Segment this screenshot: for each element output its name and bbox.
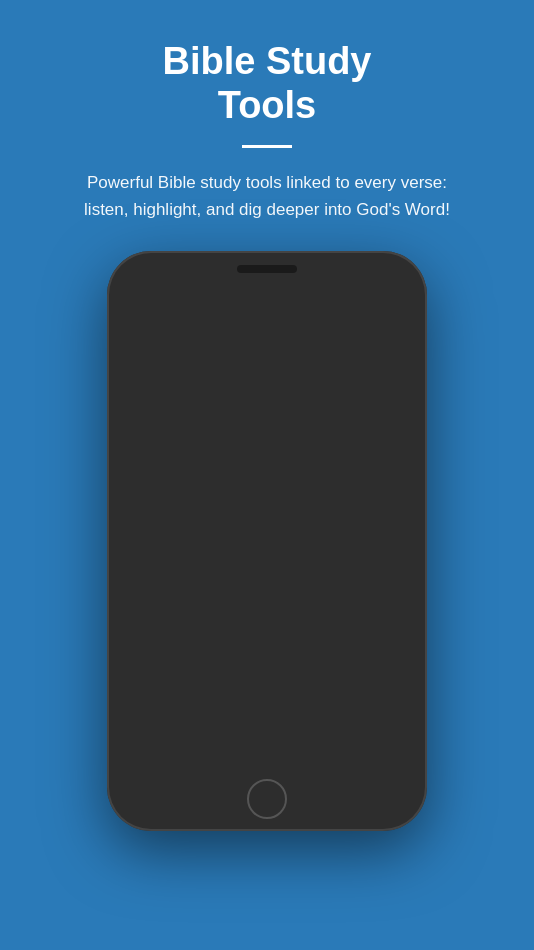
nav-right-arrows: ◀ ▶ <box>357 312 405 334</box>
svg-line-3 <box>170 325 173 328</box>
bookmark-27-csb <box>283 431 291 441</box>
status-bar: Carrier 5:47 PM <box>121 291 413 307</box>
page-title: Bible StudyTools <box>67 40 467 127</box>
progress-fill <box>175 366 235 369</box>
remaining-time: -5:04 <box>352 363 370 372</box>
header-section: Bible StudyTools Powerful Bible study to… <box>37 0 497 223</box>
battery-area <box>387 295 403 303</box>
verse-29-highlight-csb: For those he foreknew, he also pre-desti… <box>273 537 400 559</box>
bookmark-27-nkjv <box>137 431 145 441</box>
prev-chapter-button[interactable]: ◀ <box>357 312 379 334</box>
nav-book-title: Romans 8 <box>227 312 308 324</box>
stream-icon: ≈ <box>375 362 380 372</box>
verse-27-nkjv: 27 ¶ Now He who searches the hearts know… <box>126 431 262 490</box>
current-time: 0:24 <box>154 363 170 372</box>
verse-27-csb: 27 ¶ And he who searches our hearts know… <box>273 431 409 479</box>
verse-29-highlight-nkjv: For whom He foreknew, He also pre-destin… <box>126 546 258 568</box>
progress-dot <box>230 363 239 372</box>
verse-26-csb: should, but the Spirit himself intercede… <box>273 388 409 427</box>
nav-bar: Romans 8 NKJV (online) | CSB ◀ ▶ <box>121 307 413 340</box>
divider <box>242 145 292 148</box>
audio-player: Romans 8 (NKJV) ≈ ▮▮ 0:24 -5:04 ≈ ■ <box>121 340 413 382</box>
svg-rect-0 <box>135 317 143 329</box>
battery-icon <box>387 295 403 303</box>
audio-track-title: Romans 8 (NKJV) ≈ <box>129 344 405 354</box>
verse-29-csb: 29 For those he foreknew, he also pre-de… <box>273 537 409 561</box>
progress-bar[interactable] <box>175 366 347 369</box>
bible-text-area: but the Spirit Himself makes intercessio… <box>121 382 413 787</box>
stop-button[interactable]: ■ <box>385 357 405 377</box>
phone-screen: Carrier 5:47 PM <box>121 291 413 787</box>
audio-controls: ▮▮ 0:24 -5:04 ≈ ■ <box>129 357 405 377</box>
subtitle-text: Powerful Bible study tools linked to eve… <box>67 170 467 223</box>
nav-center: Romans 8 NKJV (online) | CSB <box>227 312 308 334</box>
bible-col-nkjv: but the Spirit Himself makes intercessio… <box>121 382 268 787</box>
bible-col-csb: should, but the Spirit himself intercede… <box>268 382 414 787</box>
nav-left-icons <box>129 312 179 334</box>
next-chapter-button[interactable]: ▶ <box>383 312 405 334</box>
pause-button[interactable]: ▮▮ <box>129 357 149 377</box>
verse-26-nkjv: but the Spirit Himself makes intercessio… <box>126 388 262 427</box>
phone-mockup: Carrier 5:47 PM <box>107 251 427 831</box>
search-icon[interactable] <box>157 312 179 334</box>
nav-translation: NKJV (online) | CSB <box>227 324 308 334</box>
battery-fill <box>389 297 400 302</box>
verse-28-nkjv: 28 ¶ And we know that all things work to… <box>126 494 262 542</box>
carrier-label: Carrier <box>131 294 159 304</box>
verse-28-csb: 28 ¶ We know that all things work togeth… <box>273 482 409 532</box>
time-label: 5:47 PM <box>256 294 290 304</box>
verse-29-nkjv: 29 For whom He foreknew, He also pre-des… <box>126 546 262 570</box>
book-icon[interactable] <box>129 312 151 334</box>
